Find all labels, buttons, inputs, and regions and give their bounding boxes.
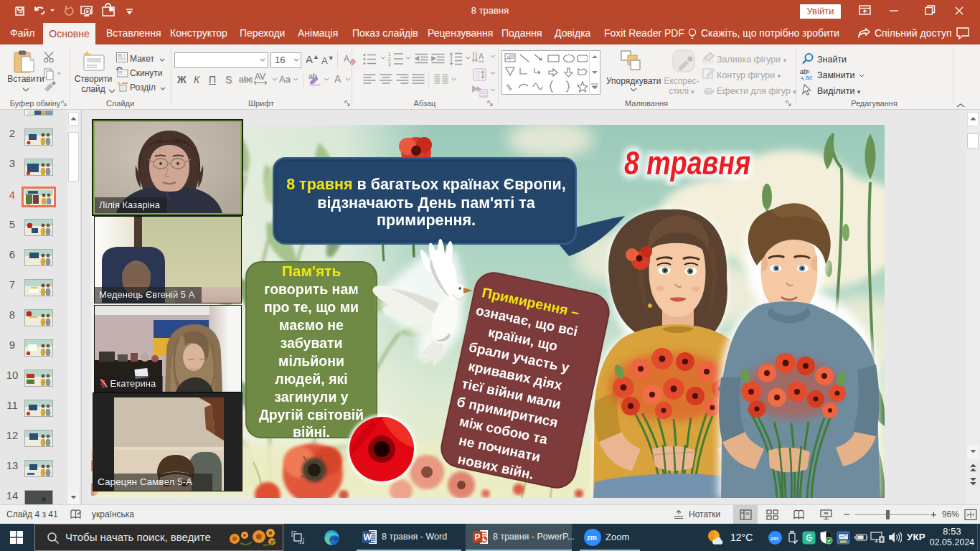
svg-text:8 травня: 8 травня [624,144,750,182]
svg-text:загинули у: загинули у [274,389,349,405]
svg-text:zm: zm [587,534,597,542]
svg-text:1: 1 [388,52,391,57]
svg-text:A: A [344,54,349,64]
svg-text:забувати: забувати [280,335,342,351]
svg-text:примирення.: примирення. [377,212,476,229]
svg-text:P: P [475,532,481,542]
svg-text:Другій світовій: Другій світовій [259,407,364,423]
svg-text:ac: ac [806,74,813,81]
svg-text:мільйони: мільйони [278,353,344,369]
svg-text:Пам'ять: Пам'ять [282,263,341,279]
svg-text:8 травня в багатьох країнах Єв: 8 травня в багатьох країнах Європи, [286,176,566,193]
svg-text:людей, які: людей, які [275,371,347,387]
svg-text:відзначають День пам'яті та: відзначають День пам'яті та [317,194,535,212]
svg-text:A: A [479,52,484,60]
svg-text:війні.: війні. [293,424,330,440]
svg-text:про те, що ми: про те, що ми [264,299,359,315]
svg-text:маємо не: маємо не [279,317,344,333]
svg-text:3: 3 [388,62,391,67]
svg-text:b: b [806,68,810,75]
svg-text:2: 2 [388,57,391,62]
svg-text:zm: zm [771,535,778,542]
svg-text:говорить нам: говорить нам [264,281,358,297]
svg-text:W: W [364,532,372,542]
